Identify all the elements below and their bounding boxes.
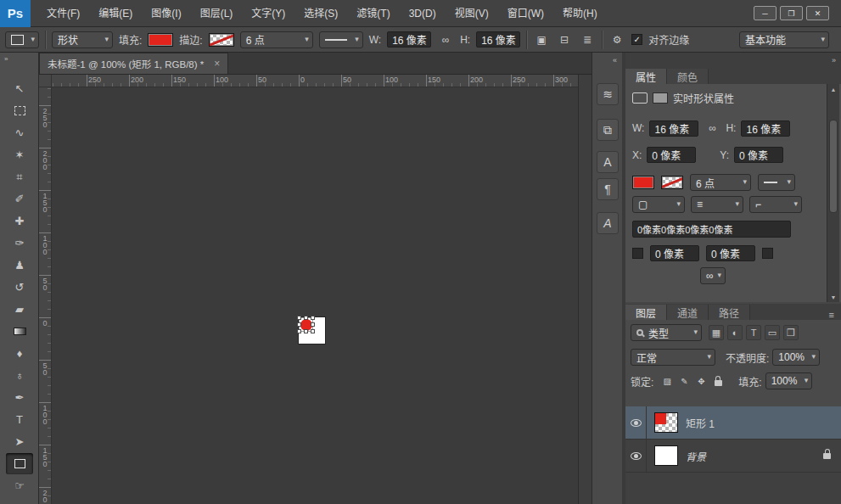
- filter-shape-layers-icon[interactable]: ▭: [765, 325, 780, 340]
- prop-stroke-swatch[interactable]: [661, 176, 683, 189]
- layer-name[interactable]: 背景: [686, 449, 706, 463]
- path-arrangement-button[interactable]: ≣: [579, 31, 596, 48]
- restore-button[interactable]: ❐: [780, 6, 803, 20]
- menu-file[interactable]: 文件(F): [37, 0, 89, 27]
- tab-channels[interactable]: 通道: [667, 305, 709, 320]
- gear-icon[interactable]: ⚙: [608, 31, 625, 48]
- prop-fill-swatch[interactable]: [632, 176, 654, 189]
- lock-all-icon[interactable]: [709, 372, 726, 389]
- rectangular-marquee-tool[interactable]: [6, 100, 33, 121]
- filter-smart-objects-icon[interactable]: ❒: [783, 325, 799, 340]
- crop-tool[interactable]: ⌗: [6, 166, 33, 188]
- lock-position-icon[interactable]: ✥: [692, 372, 709, 389]
- link-dimensions-icon[interactable]: ∞: [437, 31, 454, 48]
- tab-layers[interactable]: 图层: [625, 305, 667, 320]
- ruler-corner[interactable]: [39, 75, 52, 87]
- spot-healing-brush-tool[interactable]: ✚: [6, 210, 33, 232]
- canvas-pasteboard[interactable]: [52, 87, 578, 504]
- stroke-align-select[interactable]: ▢: [632, 196, 685, 213]
- tab-paths[interactable]: 路径: [709, 305, 750, 320]
- blur-tool[interactable]: ♦: [6, 343, 33, 364]
- selection-handle[interactable]: [297, 322, 301, 327]
- lock-pixels-icon[interactable]: ✎: [676, 372, 692, 389]
- selection-handle[interactable]: [311, 322, 315, 327]
- menu-image[interactable]: 图像(I): [142, 0, 190, 27]
- selection-handle[interactable]: [297, 329, 301, 333]
- horizontal-ruler[interactable]: 250 200 150 100 50 0 50 100 150 200 250 …: [52, 75, 578, 87]
- brush-tool[interactable]: ✑: [6, 232, 33, 254]
- layer-filter-select[interactable]: 类型: [631, 324, 702, 341]
- layer-name[interactable]: 矩形 1: [686, 416, 715, 430]
- prop-stroke-type-select[interactable]: [758, 174, 795, 191]
- selection-handle[interactable]: [304, 329, 308, 333]
- properties-scrollbar[interactable]: ▲ ▼: [827, 84, 839, 302]
- stroke-type-select[interactable]: [319, 31, 363, 48]
- corner-right-input[interactable]: 0 像素: [706, 245, 755, 261]
- layer-fill-select[interactable]: 100%: [765, 372, 813, 389]
- layer-visibility-toggle[interactable]: [625, 406, 647, 439]
- tab-color[interactable]: 颜色: [667, 69, 709, 84]
- document-tab[interactable]: 未标题-1 @ 100% (矩形 1, RGB/8) * ×: [39, 53, 228, 74]
- stroke-caps-select[interactable]: ≡: [691, 196, 743, 213]
- scrollbar-thumb[interactable]: [829, 120, 838, 213]
- clone-stamp-tool[interactable]: ♟: [6, 255, 33, 276]
- menu-select[interactable]: 选择(S): [294, 0, 347, 27]
- gradient-tool[interactable]: [6, 321, 33, 342]
- toolbar-collapse-icon[interactable]: »: [4, 55, 7, 63]
- corner-link-checkbox-right[interactable]: [762, 248, 773, 259]
- scroll-down-icon[interactable]: ▼: [827, 292, 839, 302]
- menu-edit[interactable]: 编辑(E): [89, 0, 142, 27]
- shape-height-input[interactable]: 16 像素: [476, 31, 520, 48]
- clone-source-panel-button[interactable]: ⧉: [597, 119, 619, 141]
- menu-type[interactable]: 文字(Y): [242, 0, 294, 27]
- dodge-tool[interactable]: ♁: [6, 365, 33, 386]
- history-brush-tool[interactable]: ↺: [6, 277, 33, 298]
- path-selection-tool[interactable]: ➤: [6, 431, 33, 452]
- eraser-tool[interactable]: ▰: [6, 299, 33, 320]
- eyedropper-tool[interactable]: ✐: [6, 188, 33, 210]
- selection-handle[interactable]: [311, 329, 315, 333]
- character-panel-button[interactable]: A: [597, 151, 619, 173]
- tool-preset-picker[interactable]: [5, 31, 39, 48]
- minimize-button[interactable]: ─: [754, 6, 777, 20]
- menu-filter[interactable]: 滤镜(T): [347, 0, 399, 27]
- close-window-button[interactable]: ✕: [806, 6, 829, 20]
- menu-view[interactable]: 视图(V): [446, 0, 498, 27]
- lock-transparency-icon[interactable]: ▨: [659, 372, 676, 389]
- prop-y-input[interactable]: 0 像素: [734, 147, 783, 163]
- close-document-icon[interactable]: ×: [214, 58, 220, 70]
- tool-mode-select[interactable]: 形状: [52, 31, 113, 48]
- filter-type-layers-icon[interactable]: T: [746, 325, 761, 340]
- opacity-select[interactable]: 100%: [772, 349, 820, 366]
- corner-radius-summary-input[interactable]: 0像素0像素0像素0像素: [632, 221, 791, 238]
- move-tool[interactable]: ↖: [6, 78, 33, 99]
- pen-tool[interactable]: ✒: [6, 387, 33, 408]
- layer-visibility-toggle[interactable]: [625, 440, 647, 472]
- blend-mode-select[interactable]: 正常: [631, 349, 715, 366]
- shape-width-input[interactable]: 16 像素: [387, 31, 431, 48]
- link-corners-button[interactable]: ∞: [700, 267, 726, 284]
- selection-handle[interactable]: [304, 316, 308, 320]
- prop-stroke-width-select[interactable]: 6 点: [690, 174, 751, 191]
- selection-handle[interactable]: [297, 316, 301, 320]
- type-tool[interactable]: T: [6, 409, 33, 430]
- prop-link-icon[interactable]: ∞: [704, 120, 720, 137]
- canvas-scrollbar[interactable]: [578, 75, 592, 504]
- layer-thumbnail[interactable]: [654, 412, 678, 433]
- prop-height-input[interactable]: 16 像素: [741, 120, 790, 137]
- path-alignment-button[interactable]: ⊟: [556, 31, 573, 48]
- lasso-tool[interactable]: ∿: [6, 122, 33, 143]
- stroke-corners-select[interactable]: ⌐: [749, 196, 802, 213]
- menu-layer[interactable]: 图层(L): [191, 0, 243, 27]
- rectangle-shape-tool[interactable]: [6, 453, 33, 474]
- quick-selection-tool[interactable]: ✶: [6, 144, 33, 165]
- layer-row-rectangle-1[interactable]: 矩形 1: [625, 406, 841, 440]
- character-styles-panel-button[interactable]: A: [597, 212, 619, 234]
- prop-width-input[interactable]: 16 像素: [649, 120, 698, 137]
- layers-panel-menu-icon[interactable]: ≡: [829, 310, 834, 320]
- filter-pixel-layers-icon[interactable]: ▦: [709, 325, 724, 340]
- filter-adjustment-layers-icon[interactable]: ◐: [727, 325, 743, 340]
- stroke-width-select[interactable]: 6 点: [240, 31, 313, 48]
- brush-panel-button[interactable]: ≋: [597, 83, 619, 105]
- prop-x-input[interactable]: 0 像素: [647, 147, 696, 163]
